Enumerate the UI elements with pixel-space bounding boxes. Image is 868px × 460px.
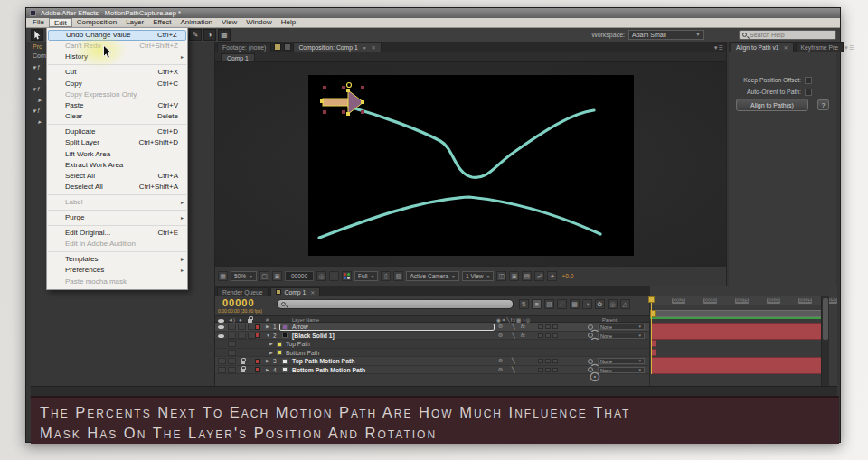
tab-align-to-path[interactable]: Align to Path v1 ✕ bbox=[731, 42, 794, 52]
brainstorm-icon[interactable]: ✿ bbox=[595, 299, 605, 309]
pin-panel-icon[interactable] bbox=[284, 43, 291, 51]
layer-name[interactable]: Top Path Motion Path bbox=[292, 357, 354, 366]
time-ruler[interactable]: 000250005000075001000012500150 bbox=[650, 296, 829, 305]
tool-icon[interactable]: ✎ bbox=[189, 29, 202, 41]
snapshot-icon[interactable]: ◎ bbox=[316, 271, 326, 281]
parent-dropdown[interactable]: None▼ bbox=[598, 324, 645, 330]
expander-icon[interactable]: ▶ bbox=[266, 323, 269, 332]
lock-icon[interactable] bbox=[241, 369, 245, 372]
work-area-bar[interactable] bbox=[650, 310, 829, 317]
pick-whip-icon[interactable]: ⊙ bbox=[588, 324, 593, 330]
menu-item[interactable]: Edit in Adobe Audition bbox=[48, 239, 186, 252]
flowchart-icon[interactable]: ☍ bbox=[534, 271, 544, 281]
timeline-icon[interactable]: ▤ bbox=[522, 271, 532, 281]
expander-icon[interactable]: ▶ bbox=[266, 366, 269, 375]
expander-icon[interactable]: ▶ bbox=[266, 357, 269, 366]
region-of-interest-icon[interactable]: ▯ bbox=[381, 271, 391, 281]
menu-item[interactable]: Copy Ctrl+C bbox=[48, 79, 186, 89]
menu-item[interactable]: Deselect All Ctrl+Shift+A bbox=[48, 182, 186, 195]
menu-item[interactable]: Templates ▸ bbox=[48, 254, 186, 265]
mask-color-swatch[interactable] bbox=[277, 342, 282, 347]
tab-composition[interactable]: Composition: Comp 1 ▼ ✕ bbox=[293, 42, 381, 52]
pick-whip-icon[interactable]: ⊙ bbox=[588, 367, 593, 372]
tab-keyframe-pre[interactable]: Keyframe Pre bbox=[796, 42, 844, 52]
parent-dropdown[interactable]: None▼ bbox=[598, 358, 645, 364]
tool-icon[interactable]: ◑ bbox=[203, 29, 216, 41]
title-bar[interactable]: Adobe After Effects - MotionPathCapture.… bbox=[26, 8, 840, 18]
help-button[interactable]: ? bbox=[817, 99, 829, 110]
project-panel-tab[interactable]: Pro bbox=[33, 43, 42, 50]
tree-expander-icon[interactable]: ▸ bbox=[38, 75, 42, 82]
mask-visibility-icon[interactable]: ▣ bbox=[272, 271, 282, 281]
layer-bar-motion-paths[interactable] bbox=[651, 357, 828, 374]
parent-dropdown[interactable]: None▼ bbox=[598, 333, 645, 339]
mask-row-top-path[interactable]: ▶ Top Path bbox=[215, 340, 649, 349]
video-column-icon[interactable] bbox=[218, 319, 224, 323]
layer-bar-arrow-and-solid[interactable] bbox=[651, 323, 828, 340]
menu-item[interactable]: Duplicate Ctrl+D bbox=[48, 127, 186, 137]
menu-bar-item[interactable]: Help bbox=[277, 18, 300, 27]
eye-icon[interactable] bbox=[218, 325, 224, 329]
label-color-box[interactable] bbox=[255, 324, 260, 330]
menu-item[interactable]: Can't Redo Ctrl+Shift+Z bbox=[48, 41, 186, 52]
layer-name[interactable]: Bottom Path Motion Path bbox=[292, 366, 365, 375]
comp-breadcrumb-tab[interactable]: Comp 1 bbox=[221, 53, 255, 62]
tree-expander-icon[interactable]: ▸ bbox=[38, 118, 42, 126]
layer-row-bottom-path-motion[interactable]: ▶ 4 Bottom Path Motion Path ⊜╲ ⊙ None▼ bbox=[215, 366, 649, 375]
label-color-box[interactable] bbox=[255, 367, 260, 372]
camera-dropdown[interactable]: Active Camera▼ bbox=[406, 271, 459, 281]
panel-menu-icon[interactable]: ▼☰ bbox=[713, 44, 723, 51]
view-layout-dropdown[interactable]: 1 View▼ bbox=[462, 271, 494, 281]
help-search-box[interactable] bbox=[739, 30, 836, 40]
hide-shy-layers-icon[interactable]: ☄ bbox=[557, 299, 567, 309]
timeline-search-box[interactable] bbox=[277, 299, 514, 309]
pick-whip-icon[interactable]: ⊙ bbox=[588, 333, 593, 338]
menu-item[interactable]: Split Layer Ctrl+Shift+D bbox=[48, 137, 186, 148]
close-icon[interactable]: ✕ bbox=[784, 45, 788, 51]
safe-margins-icon[interactable]: ▢ bbox=[259, 271, 269, 281]
tab-timeline-comp[interactable]: Comp 1 ✕ bbox=[270, 287, 321, 296]
frame-blending-icon[interactable]: ▩ bbox=[570, 299, 580, 309]
mask-row-bottom-path[interactable]: ▶ Bottom Path bbox=[215, 349, 649, 358]
align-to-path-button[interactable]: Align to Path(s) bbox=[736, 99, 808, 111]
lock-icon[interactable] bbox=[241, 361, 245, 364]
label-color-box[interactable] bbox=[255, 333, 260, 338]
menu-bar-item[interactable]: Animation bbox=[175, 18, 217, 27]
menu-item[interactable]: Edit Original... Ctrl+E bbox=[48, 228, 186, 239]
expander-icon[interactable]: ▼ bbox=[266, 332, 270, 341]
magnification-dropdown[interactable]: 50%▼ bbox=[231, 271, 257, 281]
parent-dropdown[interactable]: None▼ bbox=[598, 367, 645, 373]
menu-item[interactable]: Extract Work Area bbox=[48, 160, 186, 171]
menu-bar-item[interactable]: File bbox=[28, 18, 49, 27]
menu-bar-item[interactable]: View bbox=[217, 18, 241, 27]
menu-item[interactable]: Clear Delete bbox=[48, 111, 186, 125]
menu-item[interactable]: Undo Change Value Ctrl+Z bbox=[48, 30, 186, 41]
show-snapshot-icon[interactable]: ◌ bbox=[329, 271, 339, 281]
menu-item[interactable]: Purge ▸ bbox=[48, 212, 186, 226]
layer-row-arrow[interactable]: ▶ 1 Arrow ⊜╲fx ⊙ None▼ bbox=[215, 323, 649, 332]
menu-item[interactable]: Select All Ctrl+A bbox=[48, 171, 186, 182]
pixel-aspect-icon[interactable]: ◫ bbox=[496, 271, 506, 281]
timeline-search-input[interactable] bbox=[288, 301, 496, 307]
live-update-icon[interactable]: ■ bbox=[532, 299, 542, 309]
auto-keyframe-icon[interactable]: ◎ bbox=[608, 299, 618, 309]
menu-bar-item[interactable]: Effect bbox=[148, 18, 175, 27]
layer-row-black-solid[interactable]: ▼ 2 [Black Solid 1] ⊜╲fx ⊙ None▼ bbox=[215, 332, 649, 341]
label-color-box[interactable] bbox=[255, 359, 260, 364]
transparency-grid-icon[interactable]: ▧ bbox=[393, 271, 403, 281]
menu-bar-item[interactable]: Window bbox=[241, 18, 276, 27]
expander-icon[interactable]: ▶ bbox=[269, 340, 273, 349]
menu-item[interactable]: Lift Work Area bbox=[48, 149, 186, 160]
close-icon[interactable]: ✕ bbox=[371, 45, 375, 51]
playhead-handle[interactable] bbox=[648, 296, 655, 303]
selection-tool-button[interactable] bbox=[31, 29, 43, 41]
project-tree-item[interactable]: ▾ f bbox=[33, 86, 39, 93]
resolution-dropdown[interactable]: Full▼ bbox=[354, 271, 378, 281]
comp-canvas[interactable] bbox=[308, 75, 634, 256]
draft-3d-icon[interactable]: ▨ bbox=[544, 299, 554, 309]
menu-bar-item[interactable]: Layer bbox=[121, 18, 148, 27]
exposure-value[interactable]: +0.0 bbox=[561, 273, 573, 279]
channel-icon[interactable] bbox=[342, 271, 352, 281]
timeline-current-time[interactable]: 00000 bbox=[222, 297, 255, 308]
lock-panel-icon[interactable] bbox=[274, 43, 281, 51]
